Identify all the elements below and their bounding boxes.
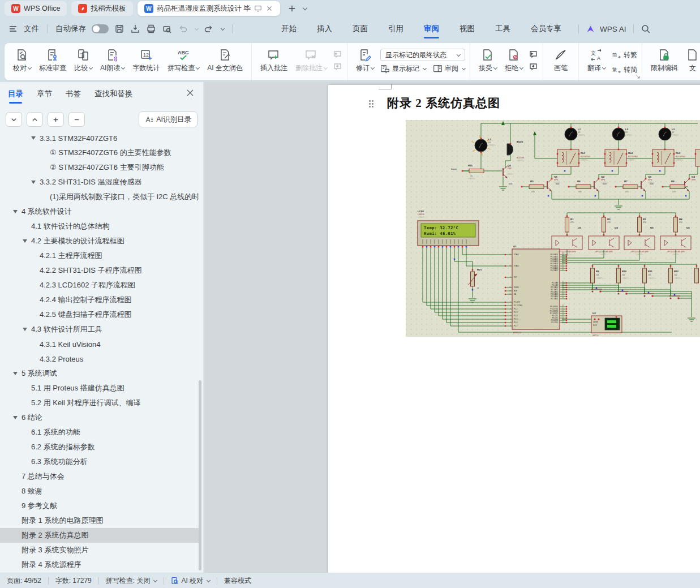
toc-item[interactable]: ① STM32F407ZGT6 的主要性能参数 [0, 145, 199, 160]
toc-item[interactable]: 6 结论 [0, 410, 199, 425]
toc-item[interactable]: (1)采用两线制数字接口，类似于 I2C 总线的时 ... [0, 190, 199, 204]
print-icon[interactable] [146, 24, 156, 34]
undo-icon[interactable] [178, 24, 188, 34]
toc-collapse-arrow-icon[interactable] [23, 239, 27, 243]
zoom-out-toc-button[interactable] [68, 112, 85, 127]
share-screen-icon[interactable] [254, 5, 262, 12]
translate-button[interactable]: 文A 翻译 [583, 45, 609, 76]
menu-tab-5[interactable]: 审阅 [414, 17, 449, 41]
to-simplified-button[interactable]: 繁 转简 [612, 65, 637, 75]
print-preview-icon[interactable] [162, 24, 172, 34]
sidebar-tab-4[interactable]: 查找和替换 [95, 89, 133, 104]
toc-item[interactable]: 6.3 系统功能分析 [0, 454, 199, 469]
toc-item[interactable]: 9 参考文献 [0, 499, 199, 513]
menu-tab-3[interactable]: 页面 [342, 17, 378, 41]
next-comment-icon[interactable] [332, 62, 342, 71]
delete-comment-button[interactable]: 删除批注 [291, 45, 331, 76]
ai-proof-status[interactable]: AI 校对 [171, 576, 210, 586]
ai-polish-button[interactable]: AI 全文润色 [203, 45, 247, 76]
toc-item[interactable]: 5 系统调试 [0, 366, 199, 381]
ai-recognize-toc-button[interactable]: AI识别目录 [139, 111, 197, 127]
reject-button[interactable]: 拒绝 [501, 45, 527, 76]
toc-collapse-arrow-icon[interactable] [13, 416, 18, 419]
toc-item[interactable]: 4 系统软件设计 [0, 204, 199, 219]
standard-review-button[interactable]: 标准审查 [35, 45, 70, 76]
tab-list-chevron-icon[interactable] [303, 6, 307, 10]
redo-icon[interactable] [204, 24, 214, 34]
show-markup-button[interactable]: 显示标记 [380, 64, 426, 74]
toc-item[interactable]: 附录 4 系统源程序 [0, 557, 199, 570]
toc-item[interactable]: 4.3.1 Keil uVision4 [0, 337, 199, 351]
toc-item[interactable]: 3.3.2 SHT31-DIS 温湿度传感器 [0, 175, 199, 190]
hamburger-menu-icon[interactable] [8, 24, 18, 34]
toc-item[interactable]: 4.2.2 SHT31-DIS 子程序流程图 [0, 263, 199, 278]
zoom-in-toc-button[interactable] [48, 112, 64, 127]
output-icon[interactable] [130, 24, 140, 34]
spell-check-button[interactable]: ABC 拼写检查 [164, 45, 203, 76]
toc-item[interactable]: 5.2 用 Keil 对程序进行调试、编译 [0, 396, 199, 410]
toc-item[interactable]: 4.3 软件设计所用工具 [0, 322, 199, 337]
file-menu[interactable]: 文件 [24, 24, 39, 34]
ai-read-button[interactable]: AI朗读 [96, 45, 128, 76]
toc-item[interactable]: 附录 2 系统仿真总图 [0, 528, 199, 543]
toc-item[interactable]: 附录 1 系统的电路原理图 [0, 513, 199, 528]
to-traditional-button[interactable]: 简 转繁 [612, 50, 637, 60]
clipped-ribbon-button[interactable]: 文 [682, 45, 700, 76]
markup-state-select[interactable]: 显示标记的最终状态 [380, 49, 465, 61]
toc-item[interactable]: 5.1 用 Proteus 搭建仿真总图 [0, 381, 199, 396]
next-change-icon[interactable] [528, 62, 538, 71]
sidebar-scrollbar[interactable] [199, 380, 201, 570]
toc-item[interactable]: 4.2.5 键盘扫描子程序流程图 [0, 307, 199, 322]
sidebar-tab-1[interactable]: 目录 [8, 89, 23, 104]
close-sidebar-icon[interactable] [186, 89, 194, 97]
menu-tab-4[interactable]: 引用 [378, 17, 414, 41]
sidebar-tab-2[interactable]: 章节 [37, 89, 52, 104]
proofread-button[interactable]: 校对 [9, 45, 35, 76]
pen-button[interactable]: 画笔 [548, 45, 574, 76]
toc-collapse-arrow-icon[interactable] [31, 181, 36, 184]
accept-button[interactable]: 接受 [475, 45, 501, 76]
window-tab-docer[interactable]: 找稻壳模板 [71, 1, 133, 16]
toc-item[interactable]: 6.2 系统的指标参数 [0, 440, 199, 454]
expand-all-button[interactable] [27, 112, 43, 127]
toc-item[interactable]: 4.3.2 Proteus [0, 351, 199, 366]
toc-item[interactable]: 8 致谢 [0, 484, 199, 499]
window-tab-document[interactable]: W 药品柜温湿度监测系统设计 毕 [138, 1, 280, 16]
menu-tab-7[interactable]: 工具 [485, 17, 521, 41]
toc-item[interactable]: 7 总结与体会 [0, 469, 199, 484]
restrict-editing-button[interactable]: 限制编辑 [647, 45, 682, 76]
autosave-toggle[interactable] [92, 24, 109, 33]
toc-collapse-arrow-icon[interactable] [31, 136, 36, 140]
sidebar-tab-3[interactable]: 书签 [66, 89, 81, 104]
insert-comment-button[interactable]: 插入批注 [256, 45, 291, 76]
toc-item[interactable]: 3.3.1 STM32F407ZGT6 [0, 133, 199, 145]
toc-item[interactable]: 4.2.4 输出控制子程序流程图 [0, 293, 199, 307]
toc-collapse-arrow-icon[interactable] [23, 328, 27, 331]
track-changes-button[interactable]: 修订 [352, 45, 378, 76]
paragraph-drag-handle[interactable] [369, 100, 375, 109]
previous-change-icon[interactable] [528, 50, 538, 59]
window-tab-home[interactable]: W WPS Office [5, 1, 67, 16]
group-expand-icon[interactable] [635, 74, 640, 79]
menu-tab-6[interactable]: 视图 [449, 17, 485, 41]
toc-item[interactable]: 4.2.1 主程序流程图 [0, 248, 199, 263]
menu-tab-2[interactable]: 插入 [307, 17, 342, 41]
document-area[interactable]: 附录 2 系统仿真总图 Temp: 32.72°CHumi: 46.01%19X… [204, 82, 700, 573]
save-icon[interactable] [114, 24, 124, 34]
review-pane-button[interactable]: 审阅 [433, 64, 465, 74]
search-icon[interactable] [641, 24, 651, 34]
spell-check-status[interactable]: 拼写检查: 关闭 [106, 576, 157, 586]
new-tab-icon[interactable] [288, 5, 296, 12]
toc-collapse-arrow-icon[interactable] [13, 372, 18, 375]
menu-tab-1[interactable]: 开始 [271, 17, 307, 41]
word-count-button[interactable]: 12 字数统计 [128, 45, 164, 76]
toc-collapse-arrow-icon[interactable] [13, 210, 18, 213]
toc-item[interactable]: 4.2 主要模块的设计流程框图 [0, 234, 199, 248]
collapse-all-button[interactable] [6, 112, 22, 127]
compare-button[interactable]: 比较 [70, 45, 96, 76]
redo-chevron-icon[interactable] [221, 26, 225, 30]
toc-item[interactable]: 4.2.3 LCD1602 子程序流程图 [0, 278, 199, 293]
previous-comment-icon[interactable] [332, 50, 342, 59]
menu-tab-8[interactable]: 会员专享 [521, 17, 572, 41]
wps-ai-menu[interactable]: WPS AI [600, 25, 626, 33]
